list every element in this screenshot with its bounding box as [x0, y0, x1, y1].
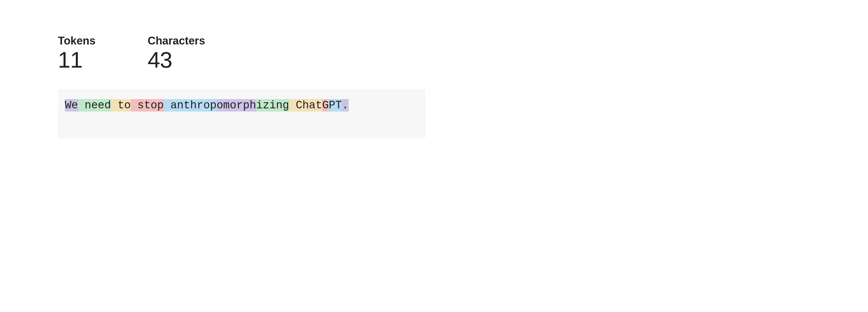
token-0: We [65, 99, 78, 111]
token-2: to [111, 99, 131, 111]
token-visualization-box: We need to stop anthropomorphizing ChatG… [58, 89, 425, 138]
characters-stat: Characters 43 [148, 35, 205, 72]
token-5: omorph [217, 99, 256, 111]
token-3: stop [131, 99, 164, 111]
token-1: need [78, 99, 111, 111]
token-6: izing [256, 99, 289, 111]
tokenized-text: We need to stop anthropomorphizing ChatG… [65, 98, 418, 113]
tokens-label: Tokens [58, 35, 95, 47]
tokens-stat: Tokens 11 [58, 35, 95, 72]
token-7: Chat [289, 99, 322, 111]
token-4: anthrop [164, 99, 216, 111]
token-8: G [322, 99, 329, 111]
stats-row: Tokens 11 Characters 43 [58, 35, 425, 72]
token-10: . [342, 99, 349, 111]
tokenizer-panel: Tokens 11 Characters 43 We need to stop … [58, 35, 425, 138]
tokens-value: 11 [58, 48, 95, 72]
characters-value: 43 [148, 48, 205, 72]
token-9: PT [329, 99, 342, 111]
characters-label: Characters [148, 35, 205, 47]
